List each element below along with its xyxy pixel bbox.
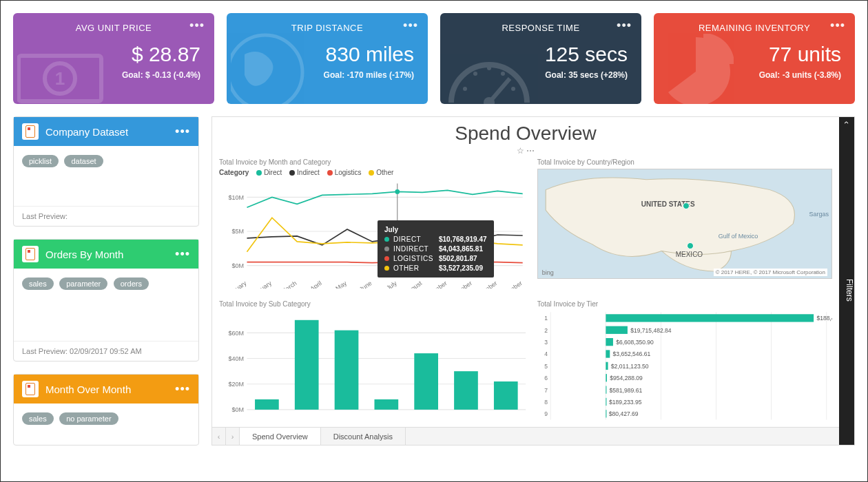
svg-text:$0M: $0M [232,406,244,413]
tag[interactable]: picklist [22,155,59,167]
tab-discount-analysis[interactable]: Discount Analysis [321,428,406,445]
svg-text:$19,715,482.84: $19,715,482.84 [630,327,672,334]
map-marker[interactable] [687,242,694,249]
barh-svg: ($50M)$0M$50M$100M$150M$200M1$188,403,15… [537,311,832,436]
panel-menu-icon[interactable]: ••• [175,382,190,397]
report-title-actions[interactable]: ☆ ⋯ [219,146,832,156]
svg-text:5: 5 [544,363,548,370]
svg-text:June: June [358,280,373,289]
tab-next-icon[interactable]: › [226,428,240,445]
tag[interactable]: parameter [59,277,107,290]
report-title: Spend Overview [219,123,832,145]
panel-body: sales parameter orders [14,269,198,341]
kpi-title: REMAINING INVENTORY [668,23,841,33]
tag[interactable]: orders [114,277,149,290]
kpi-title: AVG UNIT PRICE [27,23,200,33]
svg-text:August: August [404,280,424,289]
svg-text:December: December [496,280,524,289]
panel-footer: Last Preview: 02/09/2017 09:52 AM [14,341,198,361]
svg-rect-69 [606,314,814,322]
map-label: Gulf of Mexico [719,233,758,240]
dataset-icon [22,381,39,397]
svg-rect-75 [606,338,613,346]
svg-text:1: 1 [55,68,65,89]
svg-text:$80,427.69: $80,427.69 [608,410,638,417]
map-region[interactable]: UNITED STATES MEXICO Gulf of Mexico Sarg… [537,169,832,279]
svg-text:$5M: $5M [231,228,243,235]
svg-rect-87 [606,386,606,393]
tag[interactable]: no parameter [59,412,118,425]
svg-text:$581,989.61: $581,989.61 [609,387,642,394]
svg-rect-93 [606,410,606,417]
main-area: Company Dataset ••• picklist dataset Las… [13,116,855,446]
kpi-menu-icon[interactable]: ••• [617,19,632,33]
svg-line-5 [489,78,510,103]
tab-prev-icon[interactable]: ‹ [212,428,226,445]
panel-header[interactable]: Month Over Month ••• [14,375,198,404]
panel-header[interactable]: Company Dataset ••• [14,117,198,146]
panel-menu-icon[interactable]: ••• [175,125,190,139]
kpi-row: ••• AVG UNIT PRICE $ 28.87 Goal: $ -0.13… [13,13,855,104]
svg-text:March: March [280,280,298,289]
panel-header[interactable]: Orders By Month ••• [14,240,198,269]
bar-chart-tier[interactable]: Total Invoice by Tier ($50M)$0M$50M$100M… [537,300,832,437]
panel-company-dataset: Company Dataset ••• picklist dataset Las… [13,116,199,227]
panel-body: picklist dataset [14,146,198,206]
svg-text:$20M: $20M [229,381,244,388]
svg-rect-81 [606,362,608,370]
tab-spend-overview[interactable]: Spend Overview [240,428,321,445]
panel-footer: Last Preview: [14,206,198,226]
svg-point-7 [473,72,477,76]
panel-title: Orders By Month [45,249,175,260]
chart-title: Total Invoice by Sub Category [219,300,529,308]
svg-rect-90 [606,398,606,406]
kpi-trip-distance[interactable]: ••• TRIP DISTANCE 830 miles Goal: -170 m… [227,13,428,104]
map-chart[interactable]: Total Invoice by Country/Region UNITED S… [537,158,832,296]
svg-text:3: 3 [544,339,548,346]
kpi-remaining-inventory[interactable]: ••• REMAINING INVENTORY 77 units Goal: -… [654,13,855,104]
panel-menu-icon[interactable]: ••• [175,247,190,262]
line-legend: Category Direct Indirect Logistics Other [219,169,529,176]
report-area: ‹ Filters Spend Overview ☆ ⋯ Total Invoi… [211,116,855,446]
svg-text:$6,608,350.90: $6,608,350.90 [616,339,654,346]
bar-chart-subcategory[interactable]: Total Invoice by Sub Category $0M$20M$40… [219,300,529,437]
chart-tooltip: July DIRECT$10,768,919.47 INDIRECT$4,043… [378,220,494,277]
svg-point-18 [395,189,400,194]
tag[interactable]: dataset [64,155,103,167]
kpi-menu-icon[interactable]: ••• [189,19,205,33]
svg-rect-78 [606,350,610,357]
svg-text:October: October [451,280,473,289]
kpi-avg-unit-price[interactable]: ••• AVG UNIT PRICE $ 28.87 Goal: $ -0.13… [13,13,214,104]
svg-point-10 [511,87,515,91]
report-inner: Spend Overview ☆ ⋯ Total Invoice by Mont… [212,117,839,445]
barv-svg: $0M$20M$40M$60MContracting & Serv...Hard… [219,311,529,442]
left-column: Company Dataset ••• picklist dataset Las… [13,116,199,446]
chart-title: Total Invoice by Tier [537,300,832,308]
svg-rect-72 [606,326,628,334]
tag[interactable]: sales [22,412,54,425]
kpi-menu-icon[interactable]: ••• [830,19,845,33]
tag[interactable]: sales [22,277,54,290]
kpi-menu-icon[interactable]: ••• [403,19,418,33]
map-attr-left: bing [542,269,554,276]
svg-text:9: 9 [544,410,548,417]
svg-text:January: January [226,280,248,289]
svg-rect-48 [454,371,478,410]
line-chart[interactable]: Total Invoice by Month and Category Cate… [219,158,529,296]
svg-text:$2,011,123.50: $2,011,123.50 [611,363,649,370]
svg-text:July: July [385,280,398,289]
map-marker[interactable] [683,202,690,209]
svg-rect-47 [414,353,438,410]
gauge-icon [444,41,534,104]
svg-text:6: 6 [544,375,548,381]
report-tabs: ‹ › Spend Overview Discount Analysis [212,427,839,445]
filters-tab[interactable]: ‹ Filters [839,117,854,445]
svg-text:$0M: $0M [231,262,243,269]
panel-title: Month Over Month [45,384,175,395]
filters-label: Filters [845,279,854,302]
kpi-response-time[interactable]: ••• RESPONSE TIME 125 secs Goal: 35 secs… [440,13,641,104]
svg-rect-45 [335,331,359,410]
svg-point-8 [487,66,491,70]
panel-title: Company Dataset [45,126,175,138]
dataset-icon [22,246,39,262]
